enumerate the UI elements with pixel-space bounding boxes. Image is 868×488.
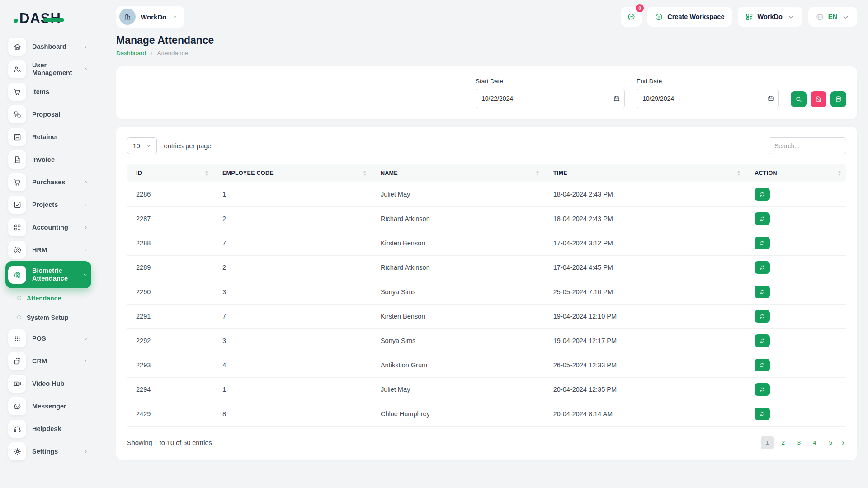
sync-attendance-button[interactable] (755, 383, 770, 396)
cell-time: 20-04-2024 8:14 AM (544, 402, 745, 426)
chevron-right-icon (83, 247, 89, 253)
grid-plus-icon (745, 13, 754, 21)
notification-badge: 0 (636, 4, 644, 12)
sidebar-item-biometric-attendance[interactable]: Biometric Attendance (5, 261, 91, 288)
chevron-right-icon (83, 202, 89, 208)
circle-bullet-icon (17, 315, 21, 319)
entries-per-page-label: entries per page (164, 142, 212, 150)
cell-employee-code: 2 (213, 255, 372, 280)
sync-attendance-button[interactable] (755, 310, 770, 323)
sync-attendance-button[interactable] (755, 408, 770, 420)
app-menu-button[interactable]: WorkDo (738, 7, 802, 27)
workspace-selector[interactable]: WorkDo (116, 6, 184, 28)
logo-dot (14, 19, 18, 23)
notifications-button[interactable]: 0 (621, 7, 642, 27)
table-row: 2290 3 Sonya Sims 25-05-2024 7:10 PM (127, 280, 846, 304)
cell-time: 25-05-2024 7:10 PM (544, 280, 745, 304)
cell-action (745, 255, 846, 280)
grid-plus-icon (8, 218, 26, 236)
topbar-actions: 0 Create Workspace WorkDo EN (621, 7, 857, 27)
cell-action (745, 206, 846, 231)
table-row: 2429 8 Chloe Humphrey 20-04-2024 8:14 AM (127, 402, 846, 426)
page-button-2[interactable]: 2 (777, 436, 789, 449)
sidebar-item-proposal[interactable]: Proposal (5, 103, 91, 126)
clear-filter-button[interactable] (811, 91, 826, 107)
table-row: 2294 1 Juliet May 20-04-2024 12:35 PM (127, 377, 846, 402)
sidebar-subitem-attendance[interactable]: Attendance (5, 288, 91, 308)
sidebar-item-projects[interactable]: Projects (5, 193, 91, 216)
create-workspace-button[interactable]: Create Workspace (647, 7, 731, 27)
table-footer: Showing 1 to 10 of 50 entries 1 2 3 4 5 … (127, 436, 846, 449)
sort-arrows-icon (536, 171, 539, 176)
apply-filter-button[interactable] (791, 91, 807, 107)
sync-attendance-button[interactable] (755, 188, 770, 201)
column-header-time[interactable]: TIME (544, 164, 745, 182)
breadcrumb-current: Attendance (157, 50, 188, 56)
column-header-employee-code[interactable]: EMPLOYEE CODE (213, 164, 372, 182)
sidebar-item-dashboard[interactable]: Dashboard (5, 35, 91, 58)
table-row: 2293 4 Antikstion Grum 26-05-2024 12:33 … (127, 353, 846, 377)
sidebar-item-user-management[interactable]: User Management (5, 58, 91, 80)
breadcrumb-dashboard-link[interactable]: Dashboard (116, 50, 146, 56)
sync-attendance-button[interactable] (755, 359, 770, 371)
cell-action (745, 377, 846, 402)
sidebar-item-settings[interactable]: Settings (5, 440, 91, 463)
sync-attendance-button[interactable] (755, 286, 770, 298)
cell-name: Juliet May (372, 377, 544, 402)
page-header: Manage Attendance Dashboard › Attendance (116, 34, 857, 56)
sidebar-item-invoice[interactable]: Invoice (5, 148, 91, 171)
page-button-5[interactable]: 5 (824, 436, 837, 449)
breadcrumb: Dashboard › Attendance (116, 50, 857, 56)
table-row: 2289 2 Richard Atkinson 17-04-2024 4:45 … (127, 255, 846, 280)
sync-attendance-button[interactable] (755, 261, 770, 274)
sync-attendance-button[interactable] (755, 334, 770, 347)
page-button-3[interactable]: 3 (793, 436, 805, 449)
sidebar-item-video-hub[interactable]: Video Hub (5, 372, 91, 395)
sidebar-item-hrm[interactable]: HRM (5, 239, 91, 261)
next-page-button[interactable]: › (840, 438, 846, 447)
page-button-1[interactable]: 1 (761, 436, 774, 449)
cell-name: Chloe Humphrey (372, 402, 544, 426)
filter-card: Start Date End Date (116, 66, 857, 119)
table-search-input[interactable] (769, 137, 846, 154)
chevron-right-icon (83, 44, 89, 50)
cell-time: 18-04-2024 2:43 PM (544, 206, 745, 231)
sidebar-item-pos[interactable]: POS (5, 327, 91, 350)
entries-per-page-select[interactable]: 10 (127, 137, 157, 154)
sidebar-item-accounting[interactable]: Accounting (5, 216, 91, 239)
gear-icon (8, 442, 26, 460)
sidebar-item-items[interactable]: Items (5, 80, 91, 103)
cell-employee-code: 7 (213, 304, 372, 328)
export-button[interactable] (830, 91, 846, 107)
chevron-down-icon (146, 143, 151, 149)
cell-id: 2286 (127, 182, 213, 206)
sidebar-item-purchases[interactable]: Purchases (5, 171, 91, 193)
logo-bar (43, 18, 64, 22)
sidebar-item-helpdesk[interactable]: Helpdesk (5, 418, 91, 440)
search-icon (795, 95, 802, 103)
page-title: Manage Attendance (116, 34, 857, 47)
sidebar-item-retainer[interactable]: Retainer (5, 126, 91, 148)
column-header-name[interactable]: NAME (372, 164, 544, 182)
page-button-4[interactable]: 4 (808, 436, 821, 449)
start-date-input[interactable] (476, 89, 625, 108)
cell-name: Sonya Sims (372, 328, 544, 353)
start-date-label: Start Date (476, 78, 625, 84)
app-menu-label: WorkDo (758, 13, 783, 20)
sidebar-item-messenger[interactable]: Messenger (5, 395, 91, 418)
chat-smile-icon (8, 397, 26, 415)
language-selector[interactable]: EN (808, 7, 857, 27)
sync-attendance-button[interactable] (755, 212, 770, 225)
cell-id: 2290 (127, 280, 213, 304)
workspace-avatar (119, 9, 136, 25)
column-header-action[interactable]: ACTION (745, 164, 846, 182)
refresh-icon (759, 338, 765, 344)
brand-logo[interactable]: DASH (0, 7, 96, 30)
sync-attendance-button[interactable] (755, 237, 770, 249)
entries-summary: Showing 1 to 10 of 50 entries (127, 439, 212, 446)
cell-action (745, 304, 846, 328)
end-date-input[interactable] (637, 89, 779, 108)
sidebar-item-crm[interactable]: CRM (5, 350, 91, 372)
column-header-id[interactable]: ID (127, 164, 213, 182)
sidebar-subitem-system-setup[interactable]: System Setup (5, 308, 91, 327)
